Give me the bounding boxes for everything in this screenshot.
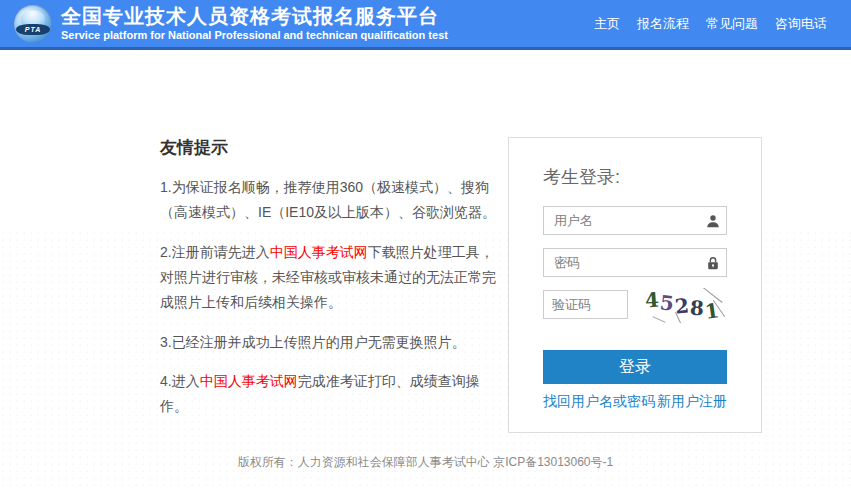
captcha-noise-line [652, 316, 665, 323]
captcha-field-wrap [543, 290, 628, 319]
tip-item: 4.进入中国人事考试网完成准考证打印、成绩查询操作。 [160, 369, 507, 419]
nav-link-home[interactable]: 主页 [594, 15, 620, 33]
password-field-wrap [543, 248, 727, 277]
register-link[interactable]: 新用户注册 [657, 393, 727, 411]
captcha-row: 45281 [543, 290, 727, 324]
site-titles: 全国专业技术人员资格考试报名服务平台 Service platform for … [61, 5, 448, 42]
cpta-site-link[interactable]: 中国人事考试网 [200, 373, 298, 389]
captcha-digit: 1 [704, 300, 721, 322]
pta-logo-icon: PTA [14, 5, 52, 43]
login-links-row: 找回用户名或密码 新用户注册 [543, 393, 727, 411]
tips-list: 1.为保证报名顺畅，推荐使用360（极速模式）、搜狗（高速模式）、IE（IE10… [160, 175, 507, 419]
nav-link-faq[interactable]: 常见问题 [706, 15, 758, 33]
login-heading: 考生登录: [543, 165, 727, 189]
captcha-digit: 2 [674, 295, 690, 316]
page-title: 全国专业技术人员资格考试报名服务平台 [61, 5, 448, 28]
page-subtitle: Service platform for National Profession… [61, 29, 448, 42]
tip-item: 3.已经注册并成功上传照片的用户无需更换照片。 [160, 330, 507, 355]
captcha-input[interactable] [543, 290, 628, 319]
captcha-image[interactable]: 45281 [638, 288, 727, 324]
password-input[interactable] [543, 248, 727, 277]
username-input[interactable] [543, 206, 727, 235]
login-card: 考生登录: 45281 登录 找回用户名或密码 新用户注册 [508, 137, 762, 433]
header: PTA 全国专业技术人员资格考试报名服务平台 Service platform … [0, 0, 851, 50]
captcha-digit: 4 [645, 290, 660, 311]
tip-item: 2.注册前请先进入中国人事考试网下载照片处理工具，对照片进行审核，未经审核或审核… [160, 240, 507, 315]
header-nav: 主页报名流程常见问题咨询电话 [594, 15, 851, 33]
username-field-wrap [543, 206, 727, 235]
forgot-password-link[interactable]: 找回用户名或密码 [543, 393, 655, 411]
pta-logo-text: PTA [16, 24, 50, 35]
tips-section: 友情提示 1.为保证报名顺畅，推荐使用360（极速模式）、搜狗（高速模式）、IE… [160, 136, 507, 434]
nav-link-registration-process[interactable]: 报名流程 [637, 15, 689, 33]
tips-heading: 友情提示 [160, 136, 507, 159]
tip-item: 1.为保证报名顺畅，推荐使用360（极速模式）、搜狗（高速模式）、IE（IE10… [160, 175, 507, 225]
nav-link-contact-phone[interactable]: 咨询电话 [775, 15, 827, 33]
login-button[interactable]: 登录 [543, 350, 727, 384]
footer-copyright: 版权所有：人力资源和社会保障部人事考试中心 京ICP备13013060号-1 [0, 454, 851, 471]
cpta-site-link[interactable]: 中国人事考试网 [270, 244, 368, 260]
